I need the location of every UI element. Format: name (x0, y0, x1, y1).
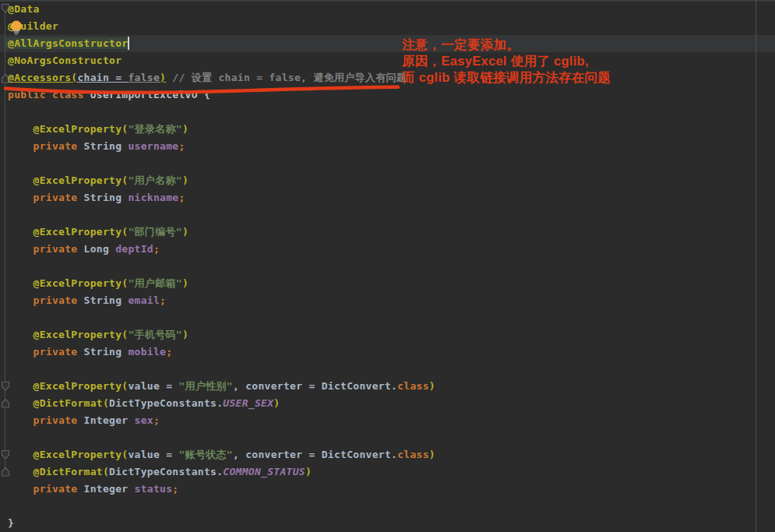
annotation-note: 注意，一定要添加。 原因，EasyExcel 使用了 cglib, 而 cgli… (402, 37, 611, 86)
code-token: Integer (84, 414, 135, 426)
code-line[interactable]: @ExcelProperty("手机号码") (8, 326, 775, 344)
code-token: nickname (128, 192, 178, 203)
code-line[interactable]: private String email; (8, 292, 775, 309)
code-token (8, 123, 33, 135)
code-token: private (8, 192, 84, 203)
code-token: ; (153, 414, 160, 426)
code-line[interactable]: @ExcelProperty("部门编号") (8, 224, 775, 241)
code-token: @ExcelProperty (33, 380, 122, 392)
code-line[interactable]: @Data (8, 1, 775, 18)
code-token: sex (135, 414, 153, 426)
code-token: USER_SEX (223, 397, 273, 409)
code-line[interactable] (8, 258, 775, 275)
code-token: ) (182, 226, 188, 238)
code-line[interactable]: private String mobile; (8, 344, 775, 361)
code-token: ; (172, 483, 178, 495)
code-token (8, 380, 33, 392)
code-line[interactable] (8, 498, 775, 515)
code-token (8, 226, 33, 238)
code-line[interactable]: @ExcelProperty(value = "用户性别", converter… (8, 378, 775, 395)
code-line[interactable]: } (8, 515, 775, 532)
code-token: @DictFormat (33, 466, 103, 477)
code-token: value = (128, 449, 178, 460)
code-token: Integer (84, 483, 135, 495)
code-line[interactable] (8, 309, 775, 326)
code-token (8, 449, 33, 460)
code-line[interactable] (8, 429, 775, 446)
code-token: email (128, 294, 160, 306)
code-token: , converter = DictConvert. (233, 449, 397, 460)
code-token: ) (305, 466, 312, 477)
code-token: String (84, 192, 129, 203)
code-line[interactable]: @Accessors(chain = false) // 设置 chain = … (8, 69, 775, 86)
code-line[interactable] (8, 104, 775, 121)
code-line[interactable]: @ExcelProperty("用户名称") (8, 172, 775, 189)
editor-gutter[interactable] (0, 0, 8, 532)
code-token: DictTypeConstants. (109, 397, 223, 409)
code-token: private (8, 346, 84, 358)
code-token: ; (153, 243, 160, 255)
code-line[interactable]: private Long deptId; (8, 241, 775, 258)
code-token: "用户邮箱" (128, 277, 181, 289)
code-token: @AllArgsConstructor (8, 37, 128, 49)
code-token: "登录名称" (128, 123, 181, 135)
code-editor[interactable]: @Data@Builder@AllArgsConstructor@NoArgsC… (0, 0, 775, 532)
code-line[interactable]: public class UserImportExcelVO { (8, 86, 775, 104)
code-line[interactable]: @ExcelProperty(value = "账号状态", converter… (8, 446, 775, 463)
code-lines[interactable]: @Data@Builder@AllArgsConstructor@NoArgsC… (8, 1, 775, 532)
code-token: ( (103, 466, 109, 477)
code-token: public class (8, 89, 90, 100)
code-line[interactable]: @AllArgsConstructor (8, 35, 775, 52)
code-token: COMMON_STATUS (223, 466, 305, 477)
code-line[interactable] (8, 206, 775, 224)
code-token: @ExcelProperty (33, 449, 122, 460)
intention-lightbulb-icon[interactable] (10, 20, 23, 37)
code-token: , converter = DictConvert. (233, 380, 397, 392)
code-line[interactable]: private String nickname; (8, 189, 775, 206)
code-line[interactable] (8, 361, 775, 378)
code-line[interactable]: @ExcelProperty("登录名称") (8, 121, 775, 138)
code-token: @ExcelProperty (33, 277, 122, 289)
code-token: chain = (77, 72, 128, 83)
code-line[interactable]: @NoArgsConstructor (8, 52, 775, 69)
code-line[interactable]: @DictFormat(DictTypeConstants.USER_SEX) (8, 395, 775, 412)
code-token: ) (273, 397, 280, 409)
code-line[interactable]: @Builder (8, 18, 775, 35)
code-line[interactable]: private String username; (8, 138, 775, 155)
code-token: ) (182, 174, 188, 186)
code-token: @ExcelProperty (33, 329, 122, 340)
code-token: "用户名称" (128, 174, 181, 186)
code-line[interactable]: @ExcelProperty("用户邮箱") (8, 275, 775, 292)
code-token: ) (160, 72, 166, 83)
code-token: @ExcelProperty (33, 226, 122, 238)
code-token: } (8, 517, 14, 529)
code-line[interactable]: @DictFormat(DictTypeConstants.COMMON_STA… (8, 463, 775, 481)
code-token: false (128, 72, 160, 83)
code-token: @ExcelProperty (33, 123, 122, 135)
annotation-note-line: 原因，EasyExcel 使用了 cglib, (402, 53, 611, 69)
code-token: ( (103, 397, 109, 409)
code-token: ) (182, 277, 188, 289)
code-token: "部门编号" (128, 226, 181, 238)
code-line[interactable]: private Integer status; (8, 481, 775, 498)
code-token: ) (182, 123, 188, 135)
code-token: String (84, 140, 129, 152)
code-token: value = (128, 380, 178, 392)
code-token (8, 277, 33, 289)
code-token: ; (160, 294, 166, 306)
annotation-note-line: 注意，一定要添加。 (402, 37, 611, 53)
code-token: ) (182, 329, 188, 340)
code-line[interactable]: private Integer sex; (8, 412, 775, 429)
code-token: "手机号码" (128, 329, 181, 340)
code-token: ; (178, 192, 185, 203)
code-token: @ExcelProperty (33, 174, 122, 186)
code-token (8, 174, 33, 186)
code-token: class (397, 449, 429, 460)
code-token: Long (84, 243, 116, 255)
code-token: // 设置 chain = false, 避免用户导入有问题 (172, 72, 407, 83)
code-token (8, 397, 33, 409)
code-token: private (8, 294, 84, 306)
code-token: @NoArgsConstructor (8, 55, 122, 66)
code-line[interactable] (8, 155, 775, 172)
code-token: "用户性别" (178, 380, 232, 392)
